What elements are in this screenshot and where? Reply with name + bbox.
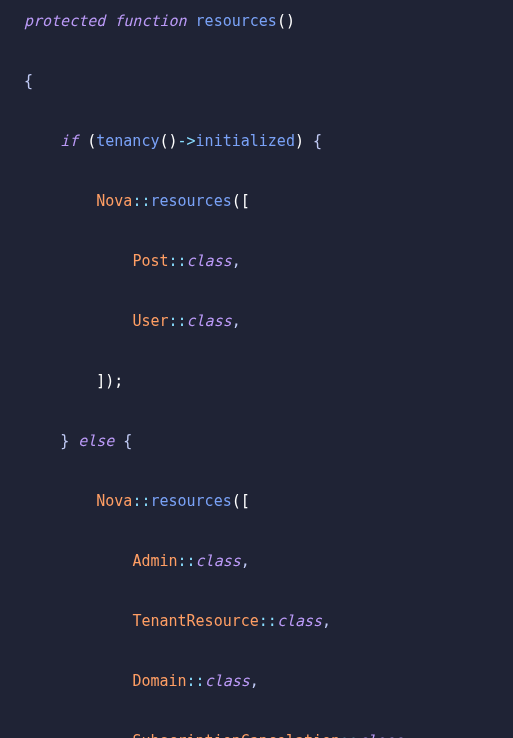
comma: ,: [232, 312, 241, 330]
code-line: Domain::class,: [24, 674, 513, 719]
prop-initialized: initialized: [196, 132, 295, 150]
class-post: Post: [132, 252, 168, 270]
fn-tenancy: tenancy: [96, 132, 159, 150]
comma: ,: [241, 552, 250, 570]
paren-open: (: [87, 132, 96, 150]
paren-close: ): [295, 132, 304, 150]
brace-close: }: [60, 432, 69, 450]
comma: ,: [403, 732, 412, 738]
keyword-class: class: [205, 672, 250, 690]
parens: (): [277, 12, 295, 30]
class-user: User: [132, 312, 168, 330]
keyword-class: class: [358, 732, 403, 738]
comma: ,: [322, 612, 331, 630]
double-colon: ::: [169, 252, 187, 270]
brace-open: {: [313, 132, 322, 150]
comma: ,: [232, 252, 241, 270]
parens: (): [159, 132, 177, 150]
brace-open: {: [24, 72, 33, 90]
close-bracket-paren-semi: ]);: [96, 372, 123, 390]
arrow-op: ->: [178, 132, 196, 150]
double-colon: ::: [132, 492, 150, 510]
keyword-class: class: [187, 312, 232, 330]
code-block: protected function resources() { if (ten…: [0, 0, 513, 738]
keyword-class: class: [187, 252, 232, 270]
double-colon: ::: [187, 672, 205, 690]
class-subscriptioncancelation: SubscriptionCancelation: [132, 732, 340, 738]
double-colon: ::: [169, 312, 187, 330]
code-line: SubscriptionCancelation::class,: [24, 734, 513, 738]
code-line: } else {: [24, 434, 513, 479]
method-resources: resources: [150, 492, 231, 510]
class-nova: Nova: [96, 192, 132, 210]
code-line: if (tenancy()->initialized) {: [24, 134, 513, 179]
function-name: resources: [196, 12, 277, 30]
method-resources: resources: [150, 192, 231, 210]
code-line: User::class,: [24, 314, 513, 359]
code-line: protected function resources(): [24, 14, 513, 59]
double-colon: ::: [132, 192, 150, 210]
brace-open: {: [123, 432, 132, 450]
code-line: TenantResource::class,: [24, 614, 513, 659]
double-colon: ::: [259, 612, 277, 630]
open-paren-bracket: ([: [232, 492, 250, 510]
open-paren-bracket: ([: [232, 192, 250, 210]
keyword-class: class: [196, 552, 241, 570]
class-tenantresource: TenantResource: [132, 612, 258, 630]
class-nova: Nova: [96, 492, 132, 510]
keyword-if: if: [60, 132, 78, 150]
double-colon: ::: [340, 732, 358, 738]
keyword-class: class: [277, 612, 322, 630]
code-line: ]);: [24, 374, 513, 419]
class-domain: Domain: [132, 672, 186, 690]
keyword-else: else: [78, 432, 114, 450]
comma: ,: [250, 672, 259, 690]
code-line: Admin::class,: [24, 554, 513, 599]
keyword-protected: protected: [24, 12, 105, 30]
code-line: {: [24, 74, 513, 119]
keyword-function: function: [114, 12, 186, 30]
code-line: Nova::resources([: [24, 494, 513, 539]
code-line: Post::class,: [24, 254, 513, 299]
double-colon: ::: [178, 552, 196, 570]
code-line: Nova::resources([: [24, 194, 513, 239]
class-admin: Admin: [132, 552, 177, 570]
